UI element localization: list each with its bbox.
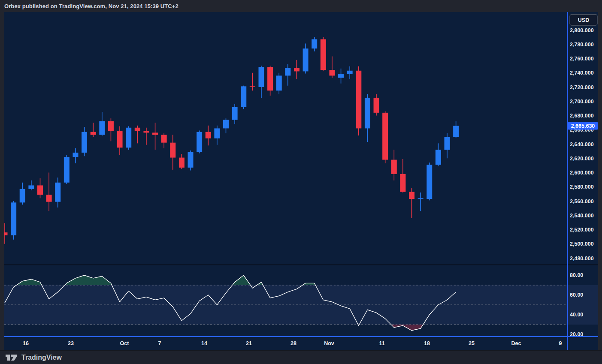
currency-button[interactable]: USD [570, 15, 597, 25]
candle [329, 57, 335, 78]
candle-body [108, 121, 114, 131]
candle [161, 133, 167, 148]
rsi-tick-label: 20.00 [570, 331, 583, 337]
price-tick-label: 2,780.000 [570, 42, 594, 48]
candle [312, 37, 317, 51]
candle [418, 193, 424, 211]
last-price-label: 2,665.630 [571, 123, 595, 129]
candle [427, 162, 432, 200]
candle [382, 111, 388, 163]
chart-canvas[interactable]: 2,800.0002,780.0002,760.0002,740.0002,72… [4, 12, 598, 350]
candle-body [55, 183, 61, 202]
price-tick-label: 2,720.000 [570, 84, 594, 90]
time-tick-label: 14 [201, 340, 207, 346]
candle [294, 60, 299, 79]
candle [391, 150, 397, 180]
candle-body [126, 128, 131, 148]
time-tick-label: 21 [246, 340, 252, 346]
time-tick-label: 23 [68, 340, 74, 346]
rsi-tick-label: 40.00 [570, 312, 583, 318]
candle [303, 44, 309, 74]
candle-body [28, 185, 34, 189]
time-tick-label: 16 [23, 340, 29, 346]
candle-body [11, 202, 16, 235]
candle [135, 126, 140, 144]
candle [82, 127, 87, 156]
price-pane[interactable] [4, 37, 459, 244]
candle-body [409, 192, 414, 199]
candle [453, 121, 459, 138]
candle-body [152, 132, 158, 135]
price-tick-label: 2,760.000 [570, 56, 594, 62]
candle [445, 133, 450, 158]
candle-body [73, 153, 78, 157]
candle [20, 183, 25, 205]
candle [197, 130, 202, 153]
price-scale[interactable]: 2,800.0002,780.0002,760.0002,740.0002,72… [570, 27, 594, 262]
time-tick-label: 7 [158, 340, 161, 346]
price-tick-label: 2,600.000 [570, 170, 594, 176]
candle-body [82, 132, 87, 153]
candle-body [312, 39, 317, 49]
candle [250, 73, 255, 91]
candle-body [232, 107, 238, 120]
time-scale[interactable]: 1623Oct7142128Nov111825Dec9 [23, 340, 562, 346]
candle [179, 154, 185, 169]
time-tick-label: Nov [324, 340, 334, 346]
candle-body [64, 157, 70, 183]
candle [170, 135, 175, 169]
candle-body [117, 131, 123, 147]
candle [37, 178, 43, 199]
price-tick-label: 2,680.000 [570, 113, 594, 119]
candle-body [276, 75, 282, 90]
candle [55, 177, 61, 208]
candle-body [382, 113, 388, 160]
candle [108, 118, 114, 141]
candle-body [400, 174, 405, 192]
candle-body [427, 165, 432, 199]
candle-body [391, 160, 397, 174]
candle-body [436, 150, 441, 165]
candle [321, 37, 326, 71]
candle [143, 128, 149, 145]
rsi-tick-label: 80.00 [570, 272, 583, 278]
candle [232, 104, 238, 124]
tradingview-logo-icon[interactable] [5, 352, 18, 363]
candle-body [303, 48, 309, 71]
candle-body [179, 158, 185, 168]
candle-body [374, 98, 379, 113]
candle [347, 66, 353, 79]
candle [400, 159, 405, 193]
candle-body [197, 132, 202, 152]
candle-body [188, 152, 194, 168]
time-tick-label: 11 [379, 340, 384, 346]
candle-body [267, 67, 273, 90]
price-tick-label: 2,640.000 [570, 141, 594, 147]
candle-body [347, 71, 353, 74]
price-tick-label: 2,520.000 [570, 227, 594, 233]
candle-body [338, 74, 344, 78]
candle-body [143, 131, 149, 132]
candle-body [241, 86, 246, 107]
price-tick-label: 2,800.000 [570, 27, 594, 33]
publish-header: Orbex published on TradingView.com, Nov … [0, 0, 602, 12]
price-tick-label: 2,500.000 [570, 241, 594, 247]
time-tick-label: Oct [120, 340, 130, 346]
candle-body [99, 121, 105, 135]
candle [152, 123, 158, 150]
candle [64, 155, 70, 184]
candle-body [161, 135, 167, 142]
candle [11, 201, 16, 240]
candle-body [91, 132, 96, 135]
candle-body [321, 39, 326, 70]
candle-body [223, 120, 229, 128]
candle-body [285, 68, 290, 75]
candle [338, 69, 344, 84]
candle [285, 64, 290, 86]
tradingview-brand-text[interactable]: TradingView [21, 354, 62, 361]
candle [73, 148, 78, 163]
candle-body [294, 68, 299, 71]
candle [356, 66, 361, 135]
time-tick-label: 18 [424, 340, 430, 346]
candle-body [170, 143, 175, 158]
